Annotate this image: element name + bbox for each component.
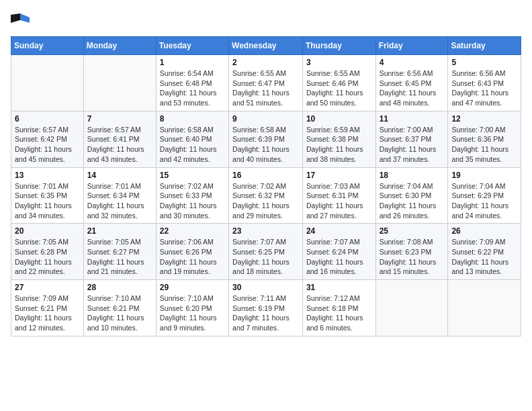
calendar-week-row: 6Sunrise: 6:57 AM Sunset: 6:42 PM Daylig… xyxy=(11,111,521,167)
day-info: Sunrise: 7:01 AM Sunset: 6:34 PM Dayligh… xyxy=(87,181,152,221)
day-info: Sunrise: 7:03 AM Sunset: 6:31 PM Dayligh… xyxy=(306,181,372,221)
day-number: 7 xyxy=(87,114,152,124)
svg-marker-2 xyxy=(11,13,20,23)
day-number: 9 xyxy=(232,114,299,124)
weekday-header: Sunday xyxy=(11,37,84,55)
day-info: Sunrise: 7:06 AM Sunset: 6:26 PM Dayligh… xyxy=(160,237,225,277)
day-number: 29 xyxy=(160,283,225,292)
day-number: 12 xyxy=(451,114,517,124)
day-info: Sunrise: 6:58 AM Sunset: 6:39 PM Dayligh… xyxy=(232,125,299,165)
calendar-cell: 12Sunrise: 7:00 AM Sunset: 6:36 PM Dayli… xyxy=(448,111,521,167)
calendar-body: 1Sunrise: 6:54 AM Sunset: 6:48 PM Daylig… xyxy=(11,55,521,336)
day-number: 20 xyxy=(15,226,80,236)
calendar-cell: 20Sunrise: 7:05 AM Sunset: 6:28 PM Dayli… xyxy=(11,224,84,280)
day-number: 5 xyxy=(451,58,517,67)
weekday-header: Monday xyxy=(83,37,156,55)
calendar-header: SundayMondayTuesdayWednesdayThursdayFrid… xyxy=(11,37,521,55)
weekday-header: Saturday xyxy=(448,37,521,55)
day-info: Sunrise: 6:57 AM Sunset: 6:42 PM Dayligh… xyxy=(15,125,80,165)
calendar-cell: 29Sunrise: 7:10 AM Sunset: 6:20 PM Dayli… xyxy=(156,280,228,336)
day-info: Sunrise: 7:01 AM Sunset: 6:35 PM Dayligh… xyxy=(15,181,80,221)
calendar-week-row: 27Sunrise: 7:09 AM Sunset: 6:21 PM Dayli… xyxy=(11,280,521,336)
day-number: 16 xyxy=(232,171,299,180)
calendar-cell: 18Sunrise: 7:04 AM Sunset: 6:30 PM Dayli… xyxy=(375,167,448,224)
calendar-cell: 1Sunrise: 6:54 AM Sunset: 6:48 PM Daylig… xyxy=(156,55,228,111)
day-number: 1 xyxy=(160,58,225,67)
day-number: 13 xyxy=(15,171,80,180)
calendar-cell: 6Sunrise: 6:57 AM Sunset: 6:42 PM Daylig… xyxy=(11,111,84,167)
day-info: Sunrise: 7:09 AM Sunset: 6:22 PM Dayligh… xyxy=(451,237,517,277)
day-info: Sunrise: 6:58 AM Sunset: 6:40 PM Dayligh… xyxy=(160,125,225,165)
calendar-cell: 11Sunrise: 7:00 AM Sunset: 6:37 PM Dayli… xyxy=(375,111,448,167)
calendar-cell: 21Sunrise: 7:05 AM Sunset: 6:27 PM Dayli… xyxy=(83,224,156,280)
calendar-table: SundayMondayTuesdayWednesdayThursdayFrid… xyxy=(11,36,521,336)
calendar-cell: 10Sunrise: 6:59 AM Sunset: 6:38 PM Dayli… xyxy=(302,111,375,167)
calendar-week-row: 20Sunrise: 7:05 AM Sunset: 6:28 PM Dayli… xyxy=(11,224,521,280)
day-number: 27 xyxy=(15,283,80,292)
calendar-cell: 15Sunrise: 7:02 AM Sunset: 6:33 PM Dayli… xyxy=(156,167,228,224)
day-info: Sunrise: 7:05 AM Sunset: 6:27 PM Dayligh… xyxy=(87,237,152,277)
day-number: 3 xyxy=(306,58,372,67)
day-info: Sunrise: 7:10 AM Sunset: 6:21 PM Dayligh… xyxy=(87,293,152,333)
calendar-cell: 24Sunrise: 7:07 AM Sunset: 6:24 PM Dayli… xyxy=(302,224,375,280)
day-number: 23 xyxy=(232,226,299,236)
day-info: Sunrise: 7:07 AM Sunset: 6:25 PM Dayligh… xyxy=(232,237,299,277)
calendar-cell: 19Sunrise: 7:04 AM Sunset: 6:29 PM Dayli… xyxy=(448,167,521,224)
day-number: 10 xyxy=(306,114,372,124)
day-info: Sunrise: 7:00 AM Sunset: 6:37 PM Dayligh… xyxy=(380,125,445,165)
calendar-cell: 2Sunrise: 6:55 AM Sunset: 6:47 PM Daylig… xyxy=(229,55,303,111)
day-info: Sunrise: 7:08 AM Sunset: 6:23 PM Dayligh… xyxy=(380,237,445,277)
calendar-cell xyxy=(83,55,156,111)
calendar-cell: 14Sunrise: 7:01 AM Sunset: 6:34 PM Dayli… xyxy=(83,167,156,224)
calendar-cell xyxy=(448,280,521,336)
calendar-cell: 7Sunrise: 6:57 AM Sunset: 6:41 PM Daylig… xyxy=(83,111,156,167)
logo xyxy=(11,11,32,30)
calendar-cell: 16Sunrise: 7:02 AM Sunset: 6:32 PM Dayli… xyxy=(229,167,303,224)
day-info: Sunrise: 6:56 AM Sunset: 6:45 PM Dayligh… xyxy=(380,68,445,108)
calendar-cell: 31Sunrise: 7:12 AM Sunset: 6:18 PM Dayli… xyxy=(302,280,375,336)
day-number: 6 xyxy=(15,114,80,124)
day-info: Sunrise: 7:00 AM Sunset: 6:36 PM Dayligh… xyxy=(451,125,517,165)
day-number: 26 xyxy=(451,226,517,236)
calendar-cell: 27Sunrise: 7:09 AM Sunset: 6:21 PM Dayli… xyxy=(11,280,84,336)
day-info: Sunrise: 6:55 AM Sunset: 6:47 PM Dayligh… xyxy=(232,68,299,108)
weekday-header: Wednesday xyxy=(229,37,303,55)
day-number: 18 xyxy=(380,171,445,180)
day-info: Sunrise: 6:59 AM Sunset: 6:38 PM Dayligh… xyxy=(306,125,372,165)
header xyxy=(11,11,521,30)
calendar-cell xyxy=(11,55,84,111)
day-number: 24 xyxy=(306,226,372,236)
day-number: 22 xyxy=(160,226,225,236)
calendar-week-row: 13Sunrise: 7:01 AM Sunset: 6:35 PM Dayli… xyxy=(11,167,521,224)
calendar-cell: 26Sunrise: 7:09 AM Sunset: 6:22 PM Dayli… xyxy=(448,224,521,280)
calendar-cell: 4Sunrise: 6:56 AM Sunset: 6:45 PM Daylig… xyxy=(375,55,448,111)
calendar-week-row: 1Sunrise: 6:54 AM Sunset: 6:48 PM Daylig… xyxy=(11,55,521,111)
day-info: Sunrise: 7:05 AM Sunset: 6:28 PM Dayligh… xyxy=(15,237,80,277)
calendar-cell: 23Sunrise: 7:07 AM Sunset: 6:25 PM Dayli… xyxy=(229,224,303,280)
calendar-cell: 5Sunrise: 6:56 AM Sunset: 6:43 PM Daylig… xyxy=(448,55,521,111)
day-info: Sunrise: 6:56 AM Sunset: 6:43 PM Dayligh… xyxy=(451,68,517,108)
day-number: 4 xyxy=(380,58,445,67)
day-info: Sunrise: 7:07 AM Sunset: 6:24 PM Dayligh… xyxy=(306,237,372,277)
calendar-cell: 9Sunrise: 6:58 AM Sunset: 6:39 PM Daylig… xyxy=(229,111,303,167)
day-number: 25 xyxy=(380,226,445,236)
day-info: Sunrise: 7:10 AM Sunset: 6:20 PM Dayligh… xyxy=(160,293,225,333)
day-number: 31 xyxy=(306,283,372,292)
day-number: 21 xyxy=(87,226,152,236)
day-number: 11 xyxy=(380,114,445,124)
day-number: 15 xyxy=(160,171,225,180)
day-info: Sunrise: 7:11 AM Sunset: 6:19 PM Dayligh… xyxy=(232,293,299,333)
day-info: Sunrise: 7:02 AM Sunset: 6:32 PM Dayligh… xyxy=(232,181,299,221)
calendar-cell: 30Sunrise: 7:11 AM Sunset: 6:19 PM Dayli… xyxy=(229,280,303,336)
svg-marker-1 xyxy=(20,13,30,23)
calendar-cell: 22Sunrise: 7:06 AM Sunset: 6:26 PM Dayli… xyxy=(156,224,228,280)
calendar-cell xyxy=(375,280,448,336)
day-info: Sunrise: 6:57 AM Sunset: 6:41 PM Dayligh… xyxy=(87,125,152,165)
weekday-header: Friday xyxy=(375,37,448,55)
calendar-cell: 17Sunrise: 7:03 AM Sunset: 6:31 PM Dayli… xyxy=(302,167,375,224)
day-info: Sunrise: 7:09 AM Sunset: 6:21 PM Dayligh… xyxy=(15,293,80,333)
calendar-cell: 13Sunrise: 7:01 AM Sunset: 6:35 PM Dayli… xyxy=(11,167,84,224)
calendar-cell: 3Sunrise: 6:55 AM Sunset: 6:46 PM Daylig… xyxy=(302,55,375,111)
day-info: Sunrise: 7:02 AM Sunset: 6:33 PM Dayligh… xyxy=(160,181,225,221)
calendar-cell: 25Sunrise: 7:08 AM Sunset: 6:23 PM Dayli… xyxy=(375,224,448,280)
